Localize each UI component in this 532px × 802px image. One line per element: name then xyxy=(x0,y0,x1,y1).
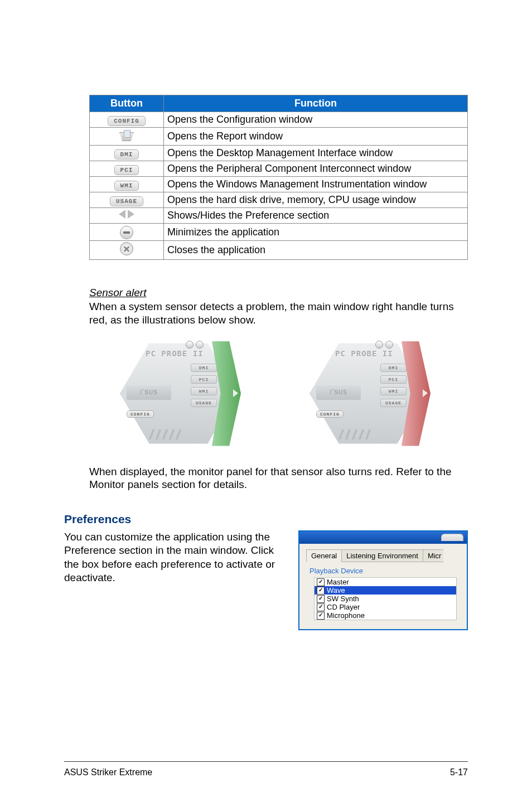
tab-listening-environment[interactable]: Listening Environment xyxy=(341,549,423,562)
footer-divider xyxy=(64,761,468,762)
function-text: Opens the hard disk drive, memory, CPU u… xyxy=(164,192,468,208)
checkbox-icon[interactable] xyxy=(317,595,325,603)
minimize-icon xyxy=(120,226,133,239)
function-text: Opens the Configuration window xyxy=(164,112,468,128)
wmi-button[interactable]: WMI xyxy=(380,387,407,395)
dmi-button[interactable]: DMI xyxy=(380,364,407,372)
function-text: Opens the Report window xyxy=(164,128,468,146)
footer-product-name: ASUS Striker Extreme xyxy=(64,767,152,777)
button-function-table: Button Function CONFIG Opens the Configu… xyxy=(89,95,468,260)
tab-microphone[interactable]: Micr xyxy=(423,549,444,562)
checkbox-icon[interactable] xyxy=(317,612,325,620)
close-icon[interactable] xyxy=(385,341,393,349)
list-item[interactable]: Microphone xyxy=(315,611,456,620)
device-label: SW Synth xyxy=(327,595,359,603)
minimize-icon[interactable] xyxy=(375,341,383,349)
device-label: Master xyxy=(327,578,349,586)
config-button-icon: CONFIG xyxy=(108,116,146,126)
preferences-text: You can customize the application using … xyxy=(64,530,284,584)
table-row: USAGE Opens the hard disk drive, memory,… xyxy=(90,192,468,208)
sensor-alert-heading: Sensor alert xyxy=(89,287,468,299)
table-row: Closes the application xyxy=(90,241,468,260)
report-icon xyxy=(118,129,135,141)
table-row: DMI Opens the Desktop Management Interfa… xyxy=(90,146,468,161)
asus-logo: /‾SUS xyxy=(316,385,361,400)
pci-button-icon: PCI xyxy=(114,165,139,175)
sensor-alert-paragraph-2: When displayed, the monitor panel for th… xyxy=(89,465,468,492)
checkbox-icon[interactable] xyxy=(317,587,325,595)
list-item[interactable]: SW Synth xyxy=(315,595,456,603)
table-row: Opens the Report window xyxy=(90,128,468,146)
function-text: Opens the Peripheral Component Interconn… xyxy=(164,161,468,177)
list-item[interactable]: CD Player xyxy=(315,603,456,611)
function-text: Opens the Desktop Management Interface w… xyxy=(164,146,468,161)
list-item[interactable]: Wave xyxy=(315,586,456,595)
preferences-heading: Preferences xyxy=(64,513,468,526)
asus-logo: /‾SUS xyxy=(127,385,171,400)
close-icon[interactable] xyxy=(196,341,204,349)
preferences-tabs: General Listening Environment Micr xyxy=(306,549,460,562)
preferences-titlebar xyxy=(299,532,467,544)
device-label: Wave xyxy=(327,586,345,595)
expand-arrow-icon xyxy=(423,389,428,397)
preferences-window: General Listening Environment Micr Playb… xyxy=(298,530,468,630)
playback-device-list: Master Wave SW Synth CD Player Microphon… xyxy=(314,577,457,620)
wmi-button-icon: WMI xyxy=(114,181,139,191)
pc-probe-logo: PC PROBE II xyxy=(146,349,204,358)
table-row: CONFIG Opens the Configuration window xyxy=(90,112,468,128)
playback-device-label: Playback Device xyxy=(309,567,460,575)
table-row: PCI Opens the Peripheral Component Inter… xyxy=(90,161,468,177)
table-row: Minimizes the application xyxy=(90,224,468,241)
pc-probe-window-normal: PC PROBE II /‾SUS CONFIG DMI PCI WMI USA… xyxy=(120,338,237,450)
device-label: Microphone xyxy=(327,611,365,620)
pci-button[interactable]: PCI xyxy=(380,375,407,384)
function-text: Minimizes the application xyxy=(164,224,468,241)
dmi-button[interactable]: DMI xyxy=(191,364,217,372)
function-text: Shows/Hides the Preference section xyxy=(164,208,468,224)
sensor-alert-paragraph-1: When a system sensor detects a problem, … xyxy=(89,300,468,327)
checkbox-icon[interactable] xyxy=(317,603,325,611)
checkbox-icon[interactable] xyxy=(317,578,325,586)
config-button[interactable]: CONFIG xyxy=(127,410,154,418)
tab-general[interactable]: General xyxy=(306,549,342,562)
device-label: CD Player xyxy=(327,603,360,611)
table-row: Shows/Hides the Preference section xyxy=(90,208,468,224)
page-number: 5-17 xyxy=(450,767,468,777)
table-row: WMI Opens the Windows Management Instrum… xyxy=(90,177,468,192)
function-text: Opens the Windows Management Instrumenta… xyxy=(164,177,468,192)
minimize-icon[interactable] xyxy=(186,341,194,349)
pc-probe-logo: PC PROBE II xyxy=(335,349,393,358)
usage-button-icon: USAGE xyxy=(110,196,143,206)
pc-probe-window-alert: PC PROBE II /‾SUS CONFIG DMI PCI WMI USA… xyxy=(309,338,427,450)
expand-arrow-icon xyxy=(233,389,238,397)
close-icon xyxy=(120,242,133,255)
pci-button[interactable]: PCI xyxy=(191,375,217,384)
header-function: Function xyxy=(164,95,468,112)
usage-button[interactable]: USAGE xyxy=(380,399,407,407)
usage-button[interactable]: USAGE xyxy=(191,399,217,407)
wmi-button[interactable]: WMI xyxy=(191,387,217,395)
config-button[interactable]: CONFIG xyxy=(316,410,344,418)
titlebar-tab-icon xyxy=(441,534,463,541)
dmi-button-icon: DMI xyxy=(114,149,139,160)
function-text: Closes the application xyxy=(164,241,468,260)
header-button: Button xyxy=(90,95,164,112)
list-item[interactable]: Master xyxy=(315,578,456,586)
show-hide-arrows-icon xyxy=(119,210,134,219)
